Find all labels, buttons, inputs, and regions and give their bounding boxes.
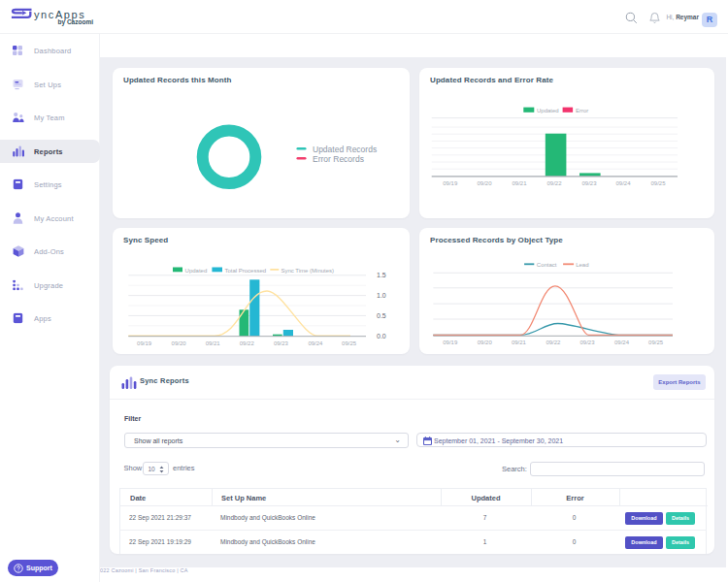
svg-text:09/21: 09/21 — [512, 180, 527, 186]
svg-text:09/23: 09/23 — [581, 180, 597, 186]
svg-text:Error Records: Error Records — [313, 154, 364, 164]
svg-text:0.0: 0.0 — [377, 333, 386, 340]
svg-text:09/20: 09/20 — [172, 340, 187, 346]
svg-text:09/24: 09/24 — [615, 180, 631, 186]
svg-text:09/21: 09/21 — [206, 340, 221, 346]
svg-text:0.5: 0.5 — [377, 312, 386, 319]
svg-text:1.5: 1.5 — [377, 272, 386, 278]
svg-text:09/23: 09/23 — [274, 340, 289, 346]
svg-text:09/22: 09/22 — [240, 340, 255, 346]
svg-text:Sync Time (Minutes): Sync Time (Minutes) — [281, 268, 334, 274]
svg-text:09/23: 09/23 — [579, 340, 595, 345]
svg-text:09/21: 09/21 — [512, 340, 527, 345]
svg-text:09/25: 09/25 — [650, 180, 666, 186]
svg-text:09/24: 09/24 — [614, 340, 630, 345]
svg-text:Error: Error — [576, 108, 588, 113]
svg-text:09/19: 09/19 — [443, 180, 458, 186]
svg-text:09/19: 09/19 — [443, 340, 458, 345]
svg-text:Updated Records: Updated Records — [313, 145, 377, 154]
svg-text:Contact: Contact — [537, 262, 557, 268]
svg-text:09/20: 09/20 — [477, 180, 492, 186]
svg-text:09/20: 09/20 — [478, 340, 493, 345]
svg-text:09/25: 09/25 — [648, 340, 664, 345]
svg-text:Updated: Updated — [537, 108, 559, 113]
svg-text:1.0: 1.0 — [377, 292, 386, 299]
svg-text:by Cazoomi: by Cazoomi — [58, 18, 94, 26]
svg-text:Lead: Lead — [576, 262, 588, 268]
svg-text:09/24: 09/24 — [308, 340, 323, 346]
svg-text:Total Processed: Total Processed — [224, 268, 266, 274]
svg-text:Updated: Updated — [185, 268, 208, 274]
svg-text:09/25: 09/25 — [342, 340, 357, 346]
svg-text:09/22: 09/22 — [546, 340, 561, 345]
svg-text:09/19: 09/19 — [137, 340, 152, 346]
svg-text:09/22: 09/22 — [546, 180, 562, 186]
